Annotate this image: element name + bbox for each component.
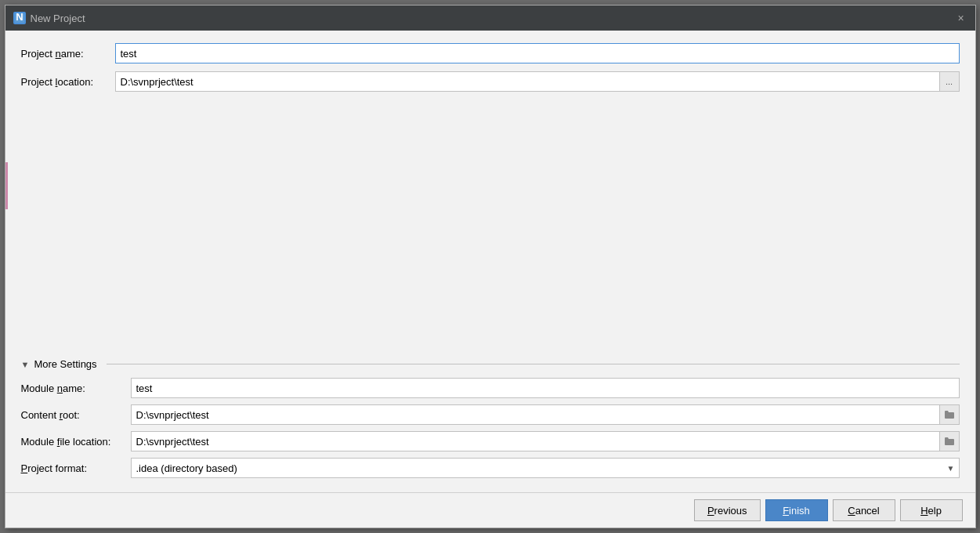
help-underline: H — [920, 505, 928, 517]
previous-underline: P — [707, 505, 714, 517]
dialog-footer: Previous Finish Cancel Help — [5, 492, 975, 528]
previous-button[interactable]: Previous — [694, 499, 761, 521]
module-name-input[interactable] — [131, 378, 960, 398]
more-settings-section: ▼ More Settings Module name: Content roo… — [21, 358, 960, 484]
body-spacer — [21, 100, 960, 358]
module-name-label: Module name: — [21, 383, 131, 394]
content-root-label: Content root: — [21, 409, 131, 421]
project-location-field: ... — [115, 71, 960, 92]
content-root-browse-button[interactable] — [939, 404, 960, 425]
project-location-input[interactable] — [115, 71, 939, 92]
dialog-body: Project name: Project location: ... ▼ Mo… — [5, 31, 975, 492]
project-format-select[interactable]: .idea (directory based) Eclipse (.classp… — [131, 458, 960, 478]
project-format-field: .idea (directory based) Eclipse (.classp… — [131, 458, 960, 478]
module-file-location-label: Module file location: — [21, 436, 131, 448]
left-accent-bar — [5, 162, 8, 209]
new-project-dialog: N New Project × Project name: Project lo… — [5, 5, 976, 528]
finish-underline: F — [783, 505, 789, 517]
project-format-label: Project format: — [21, 462, 131, 474]
project-name-row: Project name: — [21, 43, 960, 63]
more-settings-content: Module name: Content root: — [21, 378, 960, 478]
project-location-label: Project location: — [21, 76, 115, 88]
dialog-title: New Project — [31, 13, 85, 24]
finish-button[interactable]: Finish — [765, 499, 828, 521]
close-button[interactable]: × — [955, 12, 967, 24]
content-root-row: Content root: — [21, 404, 960, 425]
project-name-label: Project name: — [21, 48, 115, 60]
module-name-row: Module name: — [21, 378, 960, 398]
project-name-input[interactable] — [115, 43, 960, 63]
cancel-underline: C — [848, 505, 855, 517]
collapse-arrow-icon[interactable]: ▼ — [21, 360, 30, 369]
project-location-browse-button[interactable]: ... — [939, 71, 960, 92]
app-icon: N — [13, 12, 26, 24]
cancel-button[interactable]: Cancel — [833, 499, 895, 521]
title-bar-left: N New Project — [13, 12, 85, 24]
separator-line — [107, 364, 960, 364]
help-button[interactable]: Help — [900, 499, 963, 521]
content-root-input[interactable] — [131, 404, 939, 425]
module-file-location-browse-button[interactable] — [939, 431, 960, 451]
project-format-row: Project format: .idea (directory based) … — [21, 458, 960, 478]
title-bar: N New Project × — [5, 5, 975, 31]
module-file-location-row: Module file location: — [21, 431, 960, 451]
more-settings-label: More Settings — [34, 358, 96, 370]
content-root-field — [131, 404, 960, 425]
module-file-location-field — [131, 431, 960, 451]
svg-text:N: N — [16, 13, 23, 23]
project-location-row: Project location: ... — [21, 71, 960, 92]
module-file-location-input[interactable] — [131, 431, 939, 451]
more-settings-header: ▼ More Settings — [21, 358, 960, 370]
